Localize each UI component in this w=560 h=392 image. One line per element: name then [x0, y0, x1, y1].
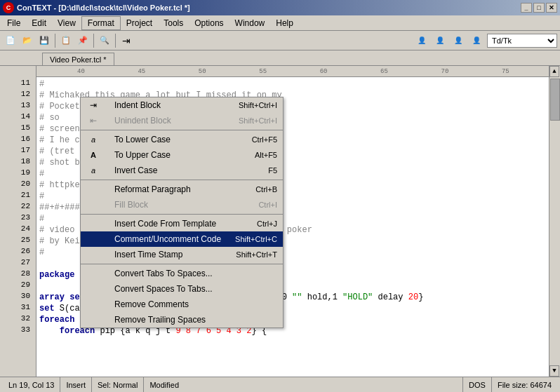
- insert-code-template-label: Insert Code From Template: [100, 219, 257, 229]
- reformat-paragraph-shortcut: Ctrl+B: [255, 185, 277, 194]
- unindent-block-item[interactable]: ⇤ Unindent Block Shift+Ctrl+I: [81, 113, 283, 128]
- menu-help[interactable]: Help: [270, 16, 299, 30]
- unindent-block-shortcut: Shift+Ctrl+I: [239, 116, 277, 125]
- insert-timestamp-shortcut: Shift+Ctrl+T: [236, 250, 277, 259]
- code-line-11: #: [39, 79, 557, 90]
- status-mode: Insert: [60, 377, 92, 392]
- menu-view[interactable]: View: [52, 16, 81, 30]
- line-num-19: 19: [3, 168, 33, 180]
- to-upper-case-shortcut: Alt+F5: [255, 151, 277, 159]
- comment-uncomment-item[interactable]: Comment/Uncomment Code Shift+Ctrl+C: [81, 231, 283, 247]
- remove-comments-item[interactable]: Remove Comments: [81, 297, 283, 312]
- convert-spaces-tabs-item[interactable]: Convert Spaces To Tabs...: [81, 281, 283, 297]
- user-icon-3[interactable]: 👤: [451, 33, 466, 48]
- save-button[interactable]: 💾: [36, 33, 52, 48]
- toolbar-sep-3: [115, 34, 116, 48]
- mode-text: Insert: [66, 381, 86, 389]
- insert-timestamp-label: Insert Time Stamp: [100, 250, 236, 259]
- new-button[interactable]: 📄: [3, 33, 18, 48]
- indent-block-item[interactable]: ⇥ Indent Block Shift+Ctrl+I: [81, 97, 283, 113]
- search-button[interactable]: 🔍: [97, 33, 112, 48]
- minimize-button[interactable]: _: [521, 3, 532, 13]
- sep-4: [81, 264, 283, 264]
- user-icon-2[interactable]: 👤: [432, 33, 448, 48]
- app-icon: C: [3, 2, 14, 13]
- fill-block-label: Fill Block: [100, 200, 258, 210]
- convert-tabs-spaces-item[interactable]: Convert Tabs To Spaces...: [81, 266, 283, 281]
- insert-code-template-item[interactable]: Insert Code From Template Ctrl+J: [81, 216, 283, 231]
- tab-video-poker[interactable]: Video Poker.tcl *: [42, 53, 114, 65]
- line-ending-text: DOS: [469, 381, 486, 389]
- maximize-button[interactable]: □: [533, 3, 545, 13]
- user-icon-4[interactable]: 👤: [469, 33, 484, 48]
- title-bar: C ConTEXT - [D:\dl\dcl\stock\tcl\Video P…: [0, 0, 560, 15]
- remove-trailing-spaces-item[interactable]: Remove Trailing Spaces: [81, 312, 283, 327]
- tab-label: Video Poker.tcl *: [50, 55, 107, 64]
- indent-block-shortcut: Shift+Ctrl+I: [239, 101, 277, 109]
- format-dropdown: ⇥ Indent Block Shift+Ctrl+I ⇤ Unindent B…: [80, 97, 284, 328]
- modified-text: Modified: [149, 381, 179, 389]
- menu-file[interactable]: File: [1, 16, 26, 30]
- to-lower-case-label: To Lower Case: [100, 135, 252, 144]
- toolbar-sep-2: [93, 34, 94, 48]
- fill-block-shortcut: Ctrl+I: [258, 201, 277, 209]
- line-num-23: 23: [3, 213, 33, 224]
- menu-edit[interactable]: Edit: [26, 16, 52, 30]
- line-num-28: 28: [3, 269, 33, 281]
- indent-block-label: Indent Block: [100, 100, 239, 110]
- line-num-14: 14: [3, 112, 33, 123]
- line-num-15: 15: [3, 123, 33, 135]
- convert-spaces-tabs-label: Convert Spaces To Tabs...: [100, 284, 277, 294]
- scroll-down-button[interactable]: ▼: [549, 365, 559, 377]
- line-num-27: 27: [3, 258, 33, 269]
- line-numbers: 11 12 13 14 15 16 17 18 19 20 21 22 23 2…: [0, 66, 36, 377]
- to-lower-case-item[interactable]: a To Lower Case Ctrl+F5: [81, 132, 283, 147]
- menu-format[interactable]: Format: [81, 16, 121, 30]
- menu-bar: File Edit View Format Project Tools Opti…: [0, 15, 560, 31]
- main-area: 11 12 13 14 15 16 17 18 19 20 21 22 23 2…: [0, 66, 560, 377]
- position-text: Ln 19, Col 13: [8, 381, 54, 389]
- scroll-thumb[interactable]: [550, 79, 560, 121]
- line-num-17: 17: [3, 146, 33, 157]
- convert-tabs-spaces-label: Convert Tabs To Spaces...: [100, 269, 277, 278]
- status-line-ending: DOS: [463, 377, 492, 392]
- comment-uncomment-shortcut: Shift+Ctrl+C: [235, 235, 277, 243]
- indent-icon: ⇥: [86, 100, 100, 110]
- comment-uncomment-label: Comment/Uncomment Code: [100, 234, 235, 244]
- line-num-31: 31: [3, 303, 33, 314]
- status-selection: Sel: Normal: [92, 377, 144, 392]
- invert-case-item[interactable]: a Invert Case F5: [81, 163, 283, 178]
- ruler: 40 45 50 55 60 65 70 75 80: [36, 66, 560, 77]
- menu-options[interactable]: Options: [189, 16, 229, 30]
- indent-button[interactable]: ⇥: [119, 33, 134, 48]
- line-num-21: 21: [3, 191, 33, 202]
- line-num-13: 13: [3, 101, 33, 112]
- paste-button[interactable]: 📌: [75, 33, 91, 48]
- line-num-20: 20: [3, 180, 33, 191]
- remove-trailing-spaces-label: Remove Trailing Spaces: [100, 315, 277, 325]
- uppercase-icon: A: [86, 151, 100, 159]
- scroll-up-button[interactable]: ▲: [549, 66, 559, 77]
- copy-button[interactable]: 📋: [58, 33, 74, 48]
- sep-1: [81, 130, 283, 130]
- vertical-scrollbar[interactable]: ▲ ▼: [549, 66, 560, 377]
- to-upper-case-item[interactable]: A To Upper Case Alt+F5: [81, 147, 283, 163]
- line-num-32: 32: [3, 314, 33, 325]
- menu-tools[interactable]: Tools: [158, 16, 189, 30]
- line-num-29: 29: [3, 281, 33, 292]
- insert-timestamp-item[interactable]: Insert Time Stamp Shift+Ctrl+T: [81, 247, 283, 262]
- fill-block-item[interactable]: Fill Block Ctrl+I: [81, 197, 283, 212]
- line-num-11: 11: [3, 79, 33, 90]
- insert-code-template-shortcut: Ctrl+J: [257, 219, 277, 228]
- reformat-paragraph-item[interactable]: Reformat Paragraph Ctrl+B: [81, 182, 283, 197]
- close-button[interactable]: ✕: [546, 3, 557, 13]
- toolbar: 📄 📂 💾 📋 📌 🔍 ⇥ 👤 👤 👤 👤 Td/Tk: [0, 31, 560, 50]
- status-bar: Ln 19, Col 13 Insert Sel: Normal Modifie…: [0, 377, 560, 392]
- menu-project[interactable]: Project: [121, 16, 158, 30]
- open-button[interactable]: 📂: [20, 33, 35, 48]
- menu-window[interactable]: Window: [229, 16, 271, 30]
- lowercase-icon: a: [86, 135, 100, 144]
- line-num-18: 18: [3, 157, 33, 168]
- user-icon-1[interactable]: 👤: [414, 33, 429, 48]
- language-select[interactable]: Td/Tk: [487, 34, 557, 48]
